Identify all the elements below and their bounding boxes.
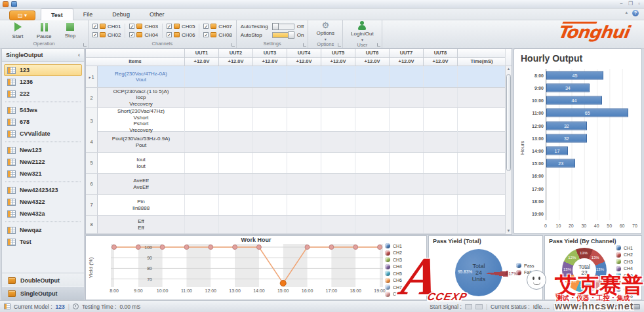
sidebar-item-new4322[interactable]: New4322 [4, 196, 82, 208]
result-cell[interactable] [424, 66, 458, 87]
table-row-8[interactable]: 8EffEff [86, 216, 506, 234]
toggle-knob[interactable] [288, 31, 294, 39]
checkbox-icon[interactable]: ✓ [167, 24, 172, 29]
result-cell[interactable] [355, 88, 390, 107]
result-cell[interactable] [355, 195, 390, 215]
sidebar-item-new42423423[interactable]: New42423423 [4, 184, 82, 196]
sidebar-item-123[interactable]: 123 [4, 64, 82, 76]
result-cell[interactable] [287, 216, 321, 233]
dialog-launcher-icon[interactable] [83, 43, 87, 47]
result-cell[interactable] [287, 88, 321, 107]
channel-checkbox-ch04[interactable]: ✓CH04 [129, 32, 157, 38]
collapse-ribbon-icon[interactable]: ▴ [625, 10, 628, 16]
dialog-launcher-icon[interactable] [338, 43, 341, 47]
close-icon[interactable]: ▫ [638, 1, 640, 7]
checkbox-icon[interactable]: ✓ [129, 24, 134, 29]
result-cell[interactable] [253, 174, 287, 194]
scrollbar-thumb[interactable] [506, 74, 511, 171]
app-menu-button[interactable]: ▾ [9, 10, 35, 20]
login-out-button[interactable]: Login/Out ▾ [347, 21, 378, 42]
sidebar-item-678[interactable]: 678 [4, 116, 82, 128]
result-cell[interactable] [253, 216, 287, 233]
result-cell[interactable] [253, 66, 287, 87]
tab-file[interactable]: File [73, 9, 103, 20]
minimize-icon[interactable]: − [620, 1, 623, 7]
result-cell[interactable] [390, 174, 424, 194]
sidebar-item-cvvalidate[interactable]: CVValidate [4, 128, 82, 140]
checkbox-icon[interactable]: ✓ [92, 24, 98, 29]
result-cell[interactable] [287, 195, 321, 215]
result-cell[interactable] [185, 108, 219, 133]
result-cell[interactable] [321, 216, 355, 233]
result-cell[interactable] [355, 153, 390, 173]
toggle-knob[interactable] [272, 23, 279, 30]
result-cell[interactable] [424, 153, 458, 173]
table-row-3[interactable]: 3Short(230Vac/47Hz)VshortPshortVrecovery [86, 108, 506, 132]
table-row-5[interactable]: 5IoutIout [86, 153, 506, 174]
channel-checkbox-ch05[interactable]: ✓CH05 [167, 24, 195, 29]
result-cell[interactable] [253, 108, 287, 133]
checkbox-icon[interactable]: ✓ [129, 32, 134, 37]
result-cell[interactable] [424, 108, 458, 133]
sidebar-header[interactable]: SingleOutput ‹ [2, 49, 84, 62]
checkbox-icon[interactable]: ✓ [203, 32, 209, 37]
result-cell[interactable] [219, 108, 253, 133]
tab-other[interactable]: Other [140, 9, 174, 20]
result-cell[interactable] [390, 108, 424, 133]
result-cell[interactable] [287, 174, 321, 194]
result-cell[interactable] [185, 66, 219, 87]
result-cell[interactable] [185, 132, 219, 152]
checkbox-icon[interactable]: ✓ [203, 24, 209, 29]
vertical-scrollbar[interactable]: ▲ ▼ [505, 66, 512, 234]
result-cell[interactable] [390, 195, 424, 215]
options-button[interactable]: ⚙ Options ▾ [312, 21, 338, 41]
channel-checkbox-ch06[interactable]: ✓CH06 [167, 32, 195, 38]
time-cell[interactable] [458, 153, 506, 173]
dialog-launcher-icon[interactable] [377, 43, 380, 47]
result-cell[interactable] [287, 66, 321, 87]
result-cell[interactable] [287, 108, 321, 133]
result-cell[interactable] [355, 66, 390, 87]
test-item-cell[interactable]: AveEffAveEff [98, 174, 185, 194]
collapse-icon[interactable]: ‹ [78, 52, 80, 58]
sidebar-item-543ws[interactable]: 543ws [4, 104, 82, 116]
time-cell[interactable] [458, 195, 506, 215]
result-cell[interactable] [185, 195, 219, 215]
time-cell[interactable] [458, 174, 506, 194]
test-item-cell[interactable]: IoutIout [98, 153, 185, 173]
result-cell[interactable] [219, 153, 253, 173]
result-cell[interactable] [424, 195, 458, 215]
channel-checkbox-ch07[interactable]: ✓CH07 [203, 24, 231, 29]
checkbox-icon[interactable]: ✓ [167, 32, 172, 37]
result-cell[interactable] [321, 174, 355, 194]
test-item-cell[interactable]: OCP(230Vac/-(1 to 5)A)IocpVrecovery [98, 88, 185, 107]
result-cell[interactable] [355, 132, 390, 152]
table-row-2[interactable]: 2OCP(230Vac/-(1 to 5)A)IocpVrecovery [86, 88, 506, 108]
result-cell[interactable] [185, 88, 219, 107]
result-cell[interactable] [185, 153, 219, 173]
result-cell[interactable] [390, 66, 424, 87]
scroll-up-icon[interactable]: ▲ [506, 66, 512, 72]
autostop-toggle[interactable] [272, 32, 294, 38]
table-row-4[interactable]: 4Pout(230Vac/53Hz-0.9A)Pout [86, 132, 506, 153]
pause-button[interactable]: Pause [33, 23, 55, 39]
sidebar-item-new2122[interactable]: New2122 [4, 156, 82, 168]
table-row-7[interactable]: 7PinIin8888 [86, 195, 506, 216]
result-cell[interactable] [219, 88, 253, 107]
test-item-cell[interactable]: PinIin8888 [98, 195, 185, 215]
result-cell[interactable] [321, 132, 355, 152]
result-cell[interactable] [253, 195, 287, 215]
time-cell[interactable] [458, 132, 506, 152]
result-cell[interactable] [390, 153, 424, 173]
result-cell[interactable] [355, 216, 390, 233]
result-cell[interactable] [321, 108, 355, 133]
result-cell[interactable] [390, 216, 424, 233]
time-cell[interactable] [458, 88, 506, 107]
result-cell[interactable] [321, 88, 355, 107]
tab-debug[interactable]: Debug [102, 9, 140, 20]
result-cell[interactable] [219, 174, 253, 194]
device-icon[interactable] [633, 304, 640, 309]
test-item-cell[interactable]: EffEff [98, 216, 185, 233]
start-button[interactable]: Start [7, 22, 29, 39]
result-cell[interactable] [424, 88, 458, 107]
